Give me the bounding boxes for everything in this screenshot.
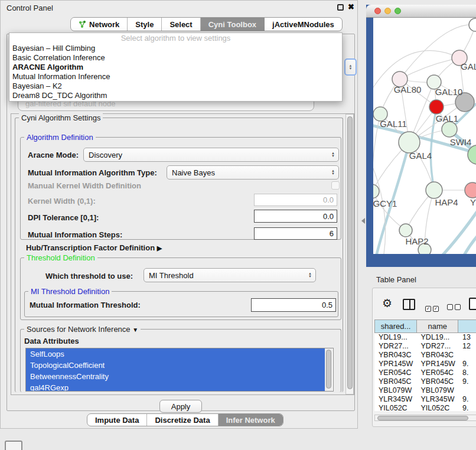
document-icon[interactable]	[469, 298, 476, 310]
sources-title[interactable]: Sources for Network Inference ▼	[24, 325, 141, 334]
node-hap2[interactable]	[399, 224, 412, 237]
which-threshold-combo[interactable]: MI Threshold ▲▼	[144, 268, 316, 282]
network-edge-highlighted[interactable]	[456, 236, 476, 254]
tab-network[interactable]: Network	[71, 18, 128, 31]
network-icon	[79, 21, 86, 28]
table-cell: YER054C	[417, 369, 459, 377]
node-swi4[interactable]	[442, 122, 457, 137]
table-cell: YPR145W	[374, 360, 417, 369]
tab-select[interactable]: Select	[162, 18, 200, 31]
combo-arrows-icon: ▲▼	[328, 148, 338, 161]
data-attributes-list[interactable]: SelfLoopsTopologicalCoefficientBetweenne…	[25, 348, 334, 392]
column-header-name[interactable]: name	[417, 320, 458, 333]
node-pink-right-label: Y	[470, 197, 476, 207]
column-header-shared[interactable]: shared...	[375, 320, 417, 333]
attribute-item-betweennesscentrality[interactable]: BetweennessCentrality	[26, 371, 329, 382]
mi-threshold-label: Mutual Information Threshold:	[30, 301, 141, 309]
network-window-titlebar[interactable]	[366, 5, 476, 18]
tab-discretize-data[interactable]: Discretize Data	[147, 414, 218, 426]
unchecked-pair-icon[interactable]	[447, 302, 462, 312]
settings-vertical-scrollbar[interactable]	[345, 114, 354, 394]
table-cell: 13	[458, 333, 476, 342]
mi-type-combo[interactable]: Naive Bayes ▲▼	[167, 165, 339, 180]
table-row[interactable]: YBR045CYBR045C9.	[374, 377, 476, 386]
which-threshold-label: Which threshold to use:	[45, 272, 133, 281]
close-traffic-light[interactable]	[374, 8, 381, 14]
table-row[interactable]: YBR043CYBR043C	[374, 351, 476, 360]
attribute-item-topologicalcoefficient[interactable]: TopologicalCoefficient	[26, 360, 329, 371]
table-scrollbar-thumb[interactable]	[377, 416, 468, 420]
menu-item-bayesian-hill-climbing[interactable]: Bayesian – Hill Climbing	[9, 44, 342, 53]
table-rows: YDL19...YDL19...13YDR27...YDR27...12YBR0…	[374, 333, 476, 411]
table-horizontal-scrollbar[interactable]	[374, 415, 476, 421]
tab-infer-network[interactable]: Infer Network	[219, 414, 283, 426]
tab-jactivemnodules[interactable]: jActiveMNodules	[265, 18, 342, 31]
attribute-item-selfloops[interactable]: SelfLoops	[26, 348, 329, 360]
menu-item-basic-correlation-inference[interactable]: Basic Correlation Inference	[9, 53, 342, 63]
table-row[interactable]: YER054CYER054C8.	[374, 369, 476, 377]
node-gal1[interactable]	[429, 100, 444, 114]
table-row[interactable]: YDR27...YDR27...12	[374, 342, 476, 351]
mi-type-value: Naive Bayes	[172, 168, 215, 177]
mi-threshold-input[interactable]: 0.5	[251, 298, 336, 312]
settings-scrollbar-thumb[interactable]	[347, 116, 353, 389]
table-row[interactable]: YIL052CYIL052C9.	[374, 404, 476, 411]
kernel-width-input[interactable]: 0.0	[254, 194, 337, 206]
sources-group: Sources for Network Inference ▼ Data Att…	[20, 329, 341, 392]
mi-type-label: Mutual Information Algorithm Type:	[28, 168, 157, 177]
algorithm-definition-title: Algorithm Definition	[24, 133, 96, 142]
table-cell: 8.	[458, 369, 476, 377]
settings-scrollpane: Cyni Algorithm Settings Algorithm Defini…	[11, 113, 354, 395]
table-cell: YLR345W	[417, 395, 459, 404]
checked-pair-icon[interactable]: ✓✓	[425, 302, 441, 312]
tab-impute-data[interactable]: Impute Data	[87, 414, 147, 426]
node-gal4[interactable]	[399, 132, 420, 153]
aracne-mode-combo[interactable]: Discovery ▲▼	[83, 148, 339, 162]
manual-kernel-checkbox[interactable]	[331, 181, 340, 190]
minimized-panel-icon[interactable]	[5, 441, 22, 450]
attributes-list-scrollbar[interactable]	[325, 348, 332, 391]
table-row[interactable]: YLR345WYLR345W9.	[374, 395, 476, 404]
columns-icon[interactable]	[403, 299, 415, 310]
table-cell: YDL19...	[374, 333, 417, 342]
gear-icon[interactable]: ⚙	[382, 298, 392, 309]
hub-definition-disclosure[interactable]: Hub/Transcription Factor Definition ▶	[26, 243, 162, 252]
node-hap4[interactable]	[426, 182, 442, 198]
menu-item-mutual-information-inference[interactable]: Mutual Information Inference	[9, 72, 342, 81]
node-top-partial[interactable]	[469, 18, 476, 31]
network-edge[interactable]	[400, 58, 459, 79]
mi-steps-input[interactable]: 6	[254, 227, 337, 240]
minimize-traffic-light[interactable]	[384, 8, 391, 14]
close-icon[interactable]: ✖	[348, 2, 354, 11]
hub-definition-label: Hub/Transcription Factor Definition	[26, 243, 155, 252]
mi-threshold-title: MI Threshold Definition	[28, 287, 112, 296]
network-canvas[interactable]: GALGAL80GAL10GAL1GAL11SWI4GAL4GCY1HAP4YH…	[373, 18, 476, 254]
node-pink-right[interactable]	[465, 182, 476, 198]
dpi-tolerance-input[interactable]: 0.0	[254, 210, 337, 223]
table-cell: YBL079W	[374, 386, 417, 395]
tab-cyni-toolbox[interactable]: Cyni Toolbox	[201, 18, 265, 31]
combo-arrows-icon: ▲▼	[305, 269, 315, 282]
disclosure-down-icon: ▼	[132, 327, 138, 333]
network-graph[interactable]: GALGAL80GAL10GAL1GAL11SWI4GAL4GCY1HAP4YH…	[373, 18, 476, 254]
inference-algorithm-combo-arrows[interactable]: ▲ ▼	[344, 58, 357, 76]
table-row[interactable]: YPR145WYPR145W9.	[374, 360, 476, 369]
menu-item-dream8-dc-tdc-algorithm[interactable]: Dream8 DC_TDC Algorithm	[9, 91, 342, 100]
table-cell: YDR27...	[374, 342, 417, 351]
table-cell: YIL052C	[417, 404, 459, 411]
attributes-scrollbar-thumb[interactable]	[326, 350, 331, 389]
table-cell	[458, 386, 476, 395]
table-row[interactable]: YDL19...YDL19...13	[374, 333, 476, 342]
zoom-traffic-light[interactable]	[395, 8, 401, 14]
tab-style[interactable]: Style	[128, 18, 162, 31]
node-gcy1[interactable]	[373, 184, 379, 198]
apply-button[interactable]: Apply	[159, 400, 202, 413]
table-cell: YBR045C	[374, 377, 417, 386]
column-header-partial[interactable]	[458, 320, 476, 333]
menu-item-aracne-algorithm[interactable]: ARACNE Algorithm	[9, 63, 342, 72]
table-header-row: shared...name	[374, 319, 476, 333]
attribute-item-gal4rgexp[interactable]: gal4RGexp	[26, 382, 329, 392]
float-window-icon[interactable]	[337, 4, 344, 11]
menu-item-bayesian-k2[interactable]: Bayesian – K2	[9, 81, 342, 91]
table-row[interactable]: YBL079WYBL079W	[374, 386, 476, 395]
